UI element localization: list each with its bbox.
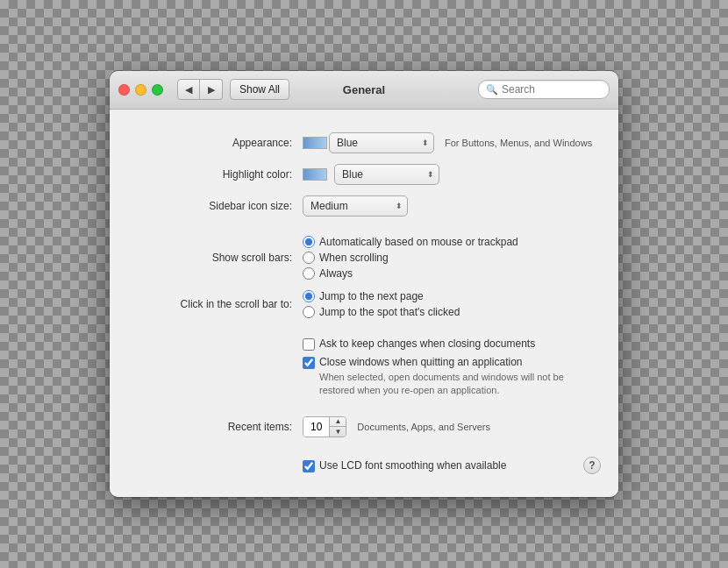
show-scroll-bars-control: Automatically based on mouse or trackpad… [303, 231, 601, 285]
recent-items-helper: Documents, Apps, and Servers [357, 422, 490, 432]
appearance-swatch [303, 137, 327, 149]
highlight-select[interactable]: Blue [334, 164, 439, 185]
close-windows-description: When selected, open documents and window… [319, 371, 565, 398]
jump-spot-label: Jump to the spot that's clicked [319, 306, 460, 318]
search-icon: 🔍 [486, 84, 498, 96]
sidebar-size-select[interactable]: Medium [303, 195, 408, 217]
scroll-auto-label: Automatically based on mouse or trackpad [319, 236, 518, 248]
search-box[interactable]: 🔍 [478, 80, 610, 99]
lcd-smoothing-label: Use LCD font smoothing when available [319, 459, 506, 472]
jump-next-page-radio[interactable] [303, 290, 315, 302]
click-scroll-radio-group: Jump to the next page Jump to the spot t… [303, 290, 460, 318]
appearance-helper: For Buttons, Menus, and Windows [445, 138, 592, 148]
appearance-control: Blue For Buttons, Menus, and Windows [303, 127, 601, 159]
window-title: General [343, 83, 385, 96]
ask-changes-checkbox[interactable] [303, 338, 315, 351]
maximize-button[interactable] [152, 84, 163, 96]
scroll-bars-radio-group: Automatically based on mouse or trackpad… [303, 236, 518, 280]
recent-items-stepper-wrapper: 10 ▲ ▼ Documents, Apps, and Servers [303, 416, 490, 437]
lcd-control: Use LCD font smoothing when available ? [303, 451, 601, 479]
jump-next-page-option[interactable]: Jump to the next page [303, 290, 460, 302]
ask-changes-label: Ask to keep changes when closing documen… [319, 337, 535, 350]
scroll-scrolling-radio[interactable] [303, 252, 315, 264]
scroll-always-option[interactable]: Always [303, 267, 518, 280]
show-scroll-bars-label: Show scroll bars: [127, 231, 303, 285]
lcd-empty-label [127, 451, 303, 479]
click-scroll-control: Jump to the next page Jump to the spot t… [303, 285, 601, 323]
highlight-color-label: Highlight color: [127, 159, 303, 190]
stepper-up[interactable]: ▲ [330, 417, 346, 427]
stepper-arrows: ▲ ▼ [330, 417, 346, 437]
spacer-1 [127, 222, 601, 231]
scroll-scrolling-label: When scrolling [319, 252, 389, 264]
nav-buttons: ◀ ▶ [177, 79, 223, 100]
appearance-select-wrapper: Blue [329, 132, 434, 153]
jump-spot-radio[interactable] [303, 306, 315, 318]
highlight-swatch [303, 168, 327, 181]
close-windows-option[interactable]: Close windows when quitting an applicati… [303, 356, 565, 369]
recent-items-label: Recent items: [127, 411, 303, 443]
appearance-select-group: Blue [303, 132, 434, 153]
recent-items-value: 10 [303, 417, 330, 437]
settings-grid: Appearance: Blue For Buttons, Menus, and… [127, 127, 601, 480]
checkbox-group: Ask to keep changes when closing documen… [303, 337, 565, 398]
titlebar: ◀ ▶ Show All General 🔍 [110, 71, 618, 110]
ask-changes-option[interactable]: Ask to keep changes when closing documen… [303, 337, 565, 351]
sidebar-icon-size-label: Sidebar icon size: [127, 190, 303, 222]
stepper-down[interactable]: ▼ [330, 427, 346, 437]
lcd-smoothing-checkbox[interactable] [303, 460, 315, 472]
jump-spot-option[interactable]: Jump to the spot that's clicked [303, 306, 460, 318]
forward-button[interactable]: ▶ [200, 79, 223, 100]
sidebar-icon-size-control: Medium [303, 190, 601, 222]
click-scroll-label: Click in the scroll bar to: [127, 285, 303, 323]
spacer-3 [127, 402, 601, 411]
scroll-always-label: Always [319, 267, 353, 280]
scroll-scrolling-option[interactable]: When scrolling [303, 252, 518, 264]
traffic-lights [118, 84, 163, 96]
checkboxes-empty-label [127, 332, 303, 403]
scroll-always-radio[interactable] [303, 267, 315, 280]
scroll-auto-radio[interactable] [303, 236, 315, 248]
ask-changes-container: Ask to keep changes when closing documen… [303, 337, 565, 351]
appearance-label: Appearance: [127, 127, 303, 159]
sidebar-size-select-wrapper: Medium [303, 195, 408, 217]
system-preferences-window: ◀ ▶ Show All General 🔍 Appearance: Blue [110, 71, 618, 498]
close-windows-label: Close windows when quitting an applicati… [319, 356, 522, 368]
close-windows-checkbox[interactable] [303, 357, 315, 369]
spacer-4 [127, 443, 601, 451]
help-button[interactable]: ? [583, 457, 601, 474]
spacer-2 [127, 323, 601, 332]
search-input[interactable] [502, 83, 602, 96]
highlight-color-control: Blue [303, 159, 601, 190]
close-button[interactable] [118, 84, 130, 96]
scroll-auto-option[interactable]: Automatically based on mouse or trackpad [303, 236, 518, 248]
minimize-button[interactable] [135, 84, 146, 96]
lcd-smoothing-option[interactable]: Use LCD font smoothing when available [303, 459, 506, 472]
recent-items-stepper: 10 ▲ ▼ [303, 416, 346, 437]
close-windows-container: Close windows when quitting an applicati… [303, 356, 565, 398]
settings-content: Appearance: Blue For Buttons, Menus, and… [110, 110, 618, 498]
back-button[interactable]: ◀ [177, 79, 200, 100]
show-all-button[interactable]: Show All [230, 79, 289, 100]
recent-items-control: 10 ▲ ▼ Documents, Apps, and Servers [303, 411, 601, 443]
checkboxes-control: Ask to keep changes when closing documen… [303, 332, 601, 403]
appearance-select[interactable]: Blue [329, 132, 434, 153]
jump-next-page-label: Jump to the next page [319, 290, 424, 302]
highlight-select-wrapper: Blue [334, 164, 439, 185]
